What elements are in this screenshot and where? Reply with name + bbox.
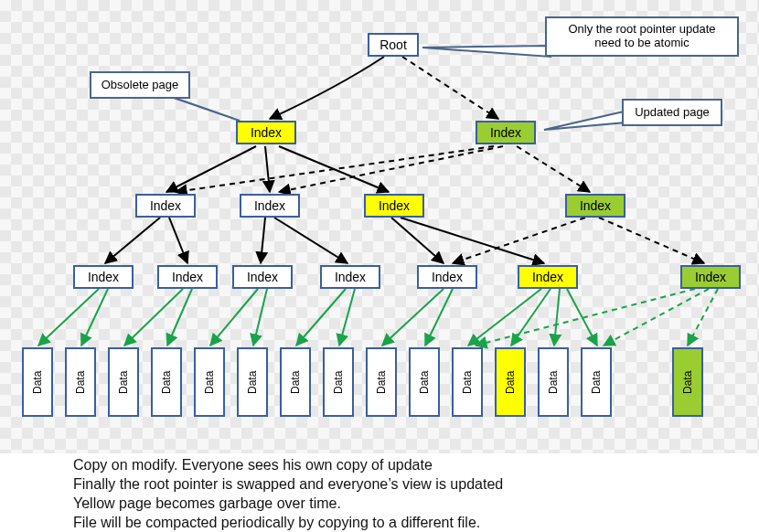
l2-3-index: Index xyxy=(565,194,625,218)
caption-line-2: Finally the root pointer is swapped and … xyxy=(73,476,503,493)
data-10: Data xyxy=(452,347,483,417)
data-13: Data xyxy=(581,347,612,417)
data-5: Data xyxy=(237,347,268,417)
l2-1-index: Index xyxy=(240,194,300,218)
root-node: Root xyxy=(368,33,419,57)
caption-line-1: Copy on modify. Everyone sees his own co… xyxy=(73,457,433,473)
data-14: Data xyxy=(672,347,703,417)
l3-1-index: Index xyxy=(157,265,218,289)
callout-obsolete: Obsolete page xyxy=(90,71,190,99)
l1-left-index: Index xyxy=(236,121,296,144)
callout-root-atomic: Only the root pointer update need to be … xyxy=(545,16,739,57)
data-4: Data xyxy=(194,347,225,417)
data-1: Data xyxy=(65,347,96,417)
l3-0-index: Index xyxy=(73,265,134,289)
caption-line-3: Yellow page becomes garbage over time. xyxy=(73,495,341,512)
l3-2-index: Index xyxy=(232,265,293,289)
data-2: Data xyxy=(108,347,139,417)
data-6: Data xyxy=(280,347,311,417)
data-11: Data xyxy=(495,347,526,417)
data-12: Data xyxy=(538,347,569,417)
data-7: Data xyxy=(323,347,354,417)
data-9: Data xyxy=(409,347,440,417)
l1-right-index: Index xyxy=(476,121,536,144)
data-0: Data xyxy=(22,347,53,417)
data-8: Data xyxy=(366,347,397,417)
l3-5-index: Index xyxy=(518,265,578,289)
callout-updated: Updated page xyxy=(622,99,722,126)
l3-4-index: Index xyxy=(417,265,477,289)
l2-0-index: Index xyxy=(135,194,196,218)
l3-6-index: Index xyxy=(680,265,741,289)
l2-2-index: Index xyxy=(364,194,424,218)
l3-3-index: Index xyxy=(320,265,380,289)
caption-line-4: File will be compacted periodically by c… xyxy=(73,515,480,531)
data-3: Data xyxy=(151,347,182,417)
